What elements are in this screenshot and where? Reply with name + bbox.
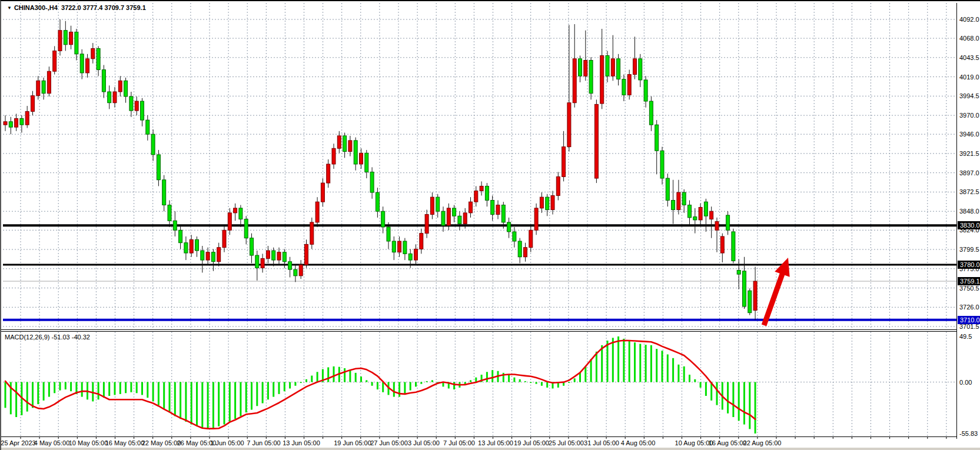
macd-histogram-bar [738, 382, 740, 421]
candle-body [715, 222, 719, 231]
macd-histogram-bar [524, 381, 526, 382]
macd-histogram-bar [491, 370, 493, 382]
macd-histogram-bar [251, 382, 253, 410]
price-axis-label: 3726.0 [959, 303, 979, 311]
candle-body [255, 255, 259, 268]
candle-body [151, 134, 155, 155]
macd-histogram-bar [278, 382, 280, 394]
macd-histogram-bar [300, 382, 302, 384]
macd-histogram-bar [601, 345, 603, 382]
macd-histogram-bar [639, 344, 641, 382]
candle-body [469, 202, 473, 213]
macd-histogram-bar [486, 372, 488, 382]
candle-body [594, 104, 598, 178]
candle-body [660, 151, 664, 178]
price-line-label: 3780.0 [958, 261, 980, 269]
macd-histogram-bar [70, 382, 72, 392]
candle-body [244, 219, 248, 238]
macd-current-values: -51.03 -40.32 [51, 334, 89, 341]
candle-body [64, 31, 67, 45]
macd-histogram-bar [37, 382, 39, 405]
candle-body [234, 208, 237, 213]
candle-body [425, 215, 428, 234]
candle-body [743, 271, 746, 306]
macd-histogram-bar [158, 382, 160, 405]
time-axis-label: 31 Jul 05:00 [584, 439, 619, 446]
price-line-label: 3759.1 [958, 277, 980, 285]
candle-body [348, 141, 352, 152]
candle-body [436, 197, 440, 211]
macd-histogram-bar [596, 352, 597, 382]
candle-body [524, 248, 527, 257]
candle-body [381, 211, 385, 227]
macd-histogram-bar [366, 380, 367, 382]
macd-histogram-bar [234, 382, 236, 419]
macd-histogram-bar [541, 382, 543, 386]
macd-histogram-bar [114, 382, 116, 395]
macd-histogram-bar [311, 376, 313, 382]
candle-body [25, 111, 29, 125]
annotation-arrow-shaft[interactable] [764, 271, 783, 325]
macd-histogram-bar [327, 367, 329, 382]
macd-histogram-bar [294, 382, 296, 386]
macd-histogram-bar [26, 382, 28, 412]
macd-histogram-bar [289, 382, 291, 389]
macd-histogram-bar [229, 382, 231, 422]
macd-histogram-bar [108, 382, 110, 396]
candle-body [627, 75, 631, 95]
time-axis-label: 19 Jul 05:00 [514, 439, 549, 446]
time-axis-label: 13 Jul 05:00 [478, 439, 513, 446]
candle-body [677, 192, 680, 209]
macd-histogram-bar [382, 382, 384, 392]
macd-histogram-bar [689, 375, 690, 382]
candle-body [655, 125, 659, 151]
candle-body [86, 59, 89, 73]
candle-body [141, 101, 144, 120]
time-axis-label: 1 Jun 05:00 [210, 439, 244, 446]
macd-histogram-bar [672, 358, 674, 382]
annotation-arrow-head[interactable] [775, 258, 789, 277]
macd-histogram-bar [196, 382, 198, 426]
candle-body [53, 51, 57, 71]
candle-body [118, 81, 122, 92]
candlestick-macd-chart[interactable] [1, 1, 980, 450]
macd-axis-label: 49.5 [959, 332, 972, 341]
symbol-dropdown-icon[interactable]: ▼ [7, 5, 12, 11]
candle-body [584, 61, 587, 76]
macd-histogram-bar [130, 382, 132, 392]
candle-body [360, 153, 363, 164]
candle-body [682, 192, 686, 205]
candle-body [91, 48, 95, 58]
macd-histogram-bar [755, 382, 756, 434]
candle-body [688, 205, 692, 218]
candle-body [129, 96, 133, 111]
time-axis-label: 16 May 05:00 [105, 439, 145, 446]
candle-body [370, 172, 374, 192]
candle-body [579, 59, 582, 76]
time-axis-label: 13 Jun 05:00 [283, 439, 320, 446]
candle-body [168, 205, 171, 221]
macd-histogram-bar [191, 382, 192, 425]
macd-histogram-bar [667, 355, 669, 382]
candle-body [617, 59, 620, 79]
candle-body [376, 192, 379, 211]
candle-body [748, 291, 752, 312]
candle-body [294, 269, 297, 276]
time-axis-label: 22 Aug 05:00 [743, 439, 782, 446]
macd-histogram-bar [185, 382, 187, 422]
macd-histogram-bar [212, 382, 214, 428]
candle-body [283, 252, 286, 262]
candle-body [201, 251, 204, 260]
candle-body [299, 265, 303, 276]
candle-body [146, 120, 150, 134]
price-axis-label: 4068.0 [959, 34, 979, 42]
macd-histogram-bar [398, 382, 400, 397]
chart-title: ▼CHINA300-,H4 3722.0 3777.4 3709.7 3759.… [7, 4, 146, 11]
candle-body [463, 213, 467, 224]
macd-histogram-bar [612, 338, 614, 382]
price-axis-label: 3799.5 [959, 245, 979, 254]
macd-histogram-bar [245, 382, 247, 413]
macd-histogram-bar [152, 382, 154, 402]
macd-histogram-bar [262, 382, 264, 404]
macd-histogram-bar [645, 345, 647, 382]
